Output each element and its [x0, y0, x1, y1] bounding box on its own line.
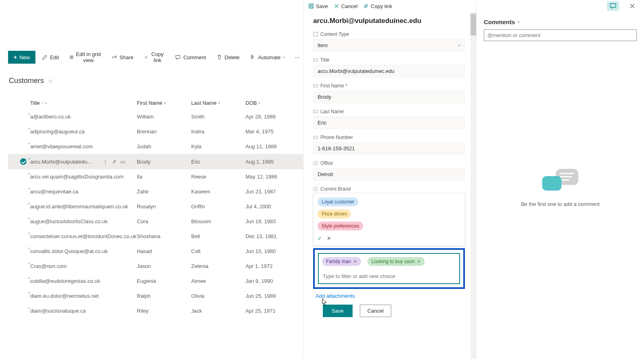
- link-icon: [144, 54, 148, 60]
- delete-button[interactable]: Delete: [213, 52, 244, 63]
- cell-dob: Jan 9, 1990: [246, 278, 302, 284]
- title-label: Title: [313, 57, 465, 63]
- table-row[interactable]: ⬏augue.id.ante@liberomaurisaliquam.co.uk…: [8, 199, 303, 214]
- column-dob[interactable]: DOB ▾: [246, 100, 302, 106]
- cell-fn: Brennan: [137, 129, 191, 135]
- title-input[interactable]: arcu.Morbi@vulputateduinec.edu: [313, 65, 465, 77]
- cell-ln: Eric: [191, 159, 246, 165]
- table-row[interactable]: ⬏convallis.dolor.Quisque@at.co.ukHasadCo…: [8, 244, 303, 259]
- confirm-icon[interactable]: ✓: [318, 235, 322, 241]
- remove-tag-icon[interactable]: ✕: [417, 259, 421, 264]
- table-row[interactable]: ⬏diam.eu.dolor@necmetus.netRalphOliviaJu…: [8, 288, 303, 303]
- more-button[interactable]: ⋯: [291, 52, 303, 63]
- cell-dob: Jun 15, 1980: [246, 248, 302, 254]
- choice-option-price[interactable]: Price driven: [318, 210, 351, 218]
- text-icon: [313, 58, 318, 62]
- pencil-icon: [42, 54, 47, 60]
- table-row[interactable]: ⬏arcu.vel.quam@sagittisDuisgravida.comIl…: [8, 169, 303, 184]
- cell-title: ⬏cubilia@eudoloregestas.co.uk: [30, 278, 137, 284]
- phone-input[interactable]: 1-618-159-3521: [313, 142, 465, 155]
- edit-grid-button[interactable]: Edit in grid view: [66, 48, 105, 66]
- table-row[interactable]: ⬏arcu.Morbi@vulputatedu...⋮↗▭BrodyEricAu…: [8, 154, 303, 169]
- cell-dob: Apr 28, 1989: [246, 114, 302, 120]
- share-label: Share: [120, 54, 134, 60]
- panel-save-button[interactable]: Save: [308, 3, 328, 9]
- cell-title-text: diam@sociisnatoque.ca: [30, 308, 86, 314]
- table-row[interactable]: ⬏Cras@non.comJasonZeleniaApr 1, 1972: [8, 259, 303, 274]
- tag-filter-input[interactable]: [322, 272, 456, 281]
- table-row[interactable]: ⬏adipiscing@augueut.caBrennanIndiraMar 4…: [8, 124, 303, 139]
- table-row[interactable]: ⬏amet@vitaeposuereat.comJudahKylaAug 11,…: [8, 139, 303, 154]
- column-firstname[interactable]: First Name ▾: [137, 100, 191, 106]
- chevron-down-icon: ▾: [283, 55, 285, 59]
- office-input[interactable]: Detroit: [313, 168, 465, 181]
- row-comment-icon[interactable]: ▭: [120, 159, 125, 165]
- cell-fn: Shoshana: [137, 233, 191, 239]
- svg-rect-5: [314, 110, 318, 113]
- cell-fn: Ila: [137, 174, 191, 180]
- comments-empty-state: Be the first one to add a comment: [477, 17, 644, 359]
- table-row[interactable]: ⬏arcu@nequevitae.caZahirKaseemJun 23, 19…: [8, 184, 303, 199]
- panel-scrollbar[interactable]: [471, 12, 476, 359]
- copylink-button[interactable]: Copy link: [140, 48, 169, 66]
- column-lastname[interactable]: Last Name ▾: [191, 100, 246, 106]
- favorite-star-icon[interactable]: ☆: [48, 77, 53, 85]
- cell-ln: Griffin: [191, 203, 246, 210]
- item-indicator-icon: ⬏: [27, 127, 31, 131]
- table-row[interactable]: ⬏a@aclibero.co.ukWilliamSmithApr 28, 198…: [8, 109, 303, 124]
- table-header: Title ↑ ▾ First Name ▾ Last Name ▾ DOB ▾: [8, 97, 303, 109]
- cancel-button[interactable]: Cancel: [360, 305, 391, 317]
- tag-input-area[interactable]: Family man ✕ Looking to buy soon ✕: [318, 253, 460, 284]
- cell-dob: Aug 1, 1995: [246, 159, 302, 165]
- cell-dob: Apr 25, 1971: [246, 308, 302, 314]
- share-button[interactable]: Share: [107, 52, 138, 63]
- scrollbar-thumb[interactable]: [471, 14, 476, 35]
- comment-button[interactable]: Comment: [171, 52, 210, 63]
- cell-fn: Jason: [137, 263, 191, 269]
- table-row[interactable]: ⬏cubilia@eudoloregestas.co.ukEugeniaAime…: [8, 274, 303, 288]
- item-indicator-icon: ⬏: [27, 202, 31, 206]
- item-indicator-icon: ⬏: [27, 217, 31, 221]
- row-more-icon[interactable]: ⋮: [103, 159, 108, 165]
- add-attachments-link[interactable]: Add attachments: [316, 293, 465, 299]
- table-row[interactable]: ⬏augue@luctuslobortisClass.co.ukCoraBlos…: [8, 214, 303, 229]
- panel-copylink-button[interactable]: Copy link: [363, 3, 392, 9]
- cell-ln: Reese: [191, 174, 246, 180]
- highlight-box: Family man ✕ Looking to buy soon ✕: [313, 248, 465, 289]
- save-button[interactable]: Save: [323, 305, 353, 317]
- lastname-input[interactable]: Eric: [313, 116, 465, 129]
- cell-fn: Rosalyn: [137, 203, 191, 210]
- new-button[interactable]: + New: [8, 51, 35, 64]
- firstname-value: Brody: [318, 94, 331, 100]
- automate-button[interactable]: Automate ▾: [246, 52, 289, 63]
- cell-title-text: consectetuer.cursus.et@tinciduntDonec.co…: [30, 233, 136, 239]
- content-type-select[interactable]: Item ▾: [313, 39, 465, 52]
- close-panel-icon[interactable]: [626, 1, 638, 11]
- comments-toggle-icon[interactable]: [607, 1, 619, 11]
- remove-tag-icon[interactable]: ✕: [353, 259, 357, 264]
- col-dob-label: DOB: [246, 100, 257, 106]
- cell-title: ⬏convallis.dolor.Quisque@at.co.uk: [30, 248, 137, 254]
- cell-title: ⬏Cras@non.com: [30, 263, 137, 269]
- list-title: Customers: [9, 77, 44, 85]
- cell-dob: Dec 13, 1981: [246, 233, 302, 239]
- selected-tag-family[interactable]: Family man ✕: [322, 257, 361, 266]
- cell-ln: Jack: [191, 308, 246, 314]
- item-indicator-icon: ⬏: [27, 261, 31, 266]
- cell-fn: Riley: [137, 308, 191, 314]
- table-row[interactable]: ⬏consectetuer.cursus.et@tinciduntDonec.c…: [8, 229, 303, 244]
- svg-point-7: [314, 161, 318, 165]
- choice-option-loyal[interactable]: Loyal customer: [318, 197, 358, 206]
- row-share-icon[interactable]: ↗: [112, 159, 116, 165]
- dismiss-icon[interactable]: ✕: [327, 235, 331, 241]
- cell-title-text: convallis.dolor.Quisque@at.co.uk: [30, 248, 107, 254]
- selected-tag-buysoon[interactable]: Looking to buy soon ✕: [367, 257, 425, 266]
- table-row[interactable]: ⬏diam@sociisnatoque.caRileyJackApr 25, 1…: [8, 303, 303, 318]
- firstname-input[interactable]: Brody: [313, 91, 465, 103]
- tag-family-label: Family man: [326, 259, 351, 264]
- column-title[interactable]: Title ↑ ▾: [30, 100, 137, 106]
- panel-cancel-button[interactable]: Cancel: [334, 3, 357, 9]
- choice-option-style[interactable]: Style preferences: [318, 222, 363, 230]
- comments-empty-icon: [542, 169, 578, 193]
- edit-button[interactable]: Edit: [38, 52, 63, 63]
